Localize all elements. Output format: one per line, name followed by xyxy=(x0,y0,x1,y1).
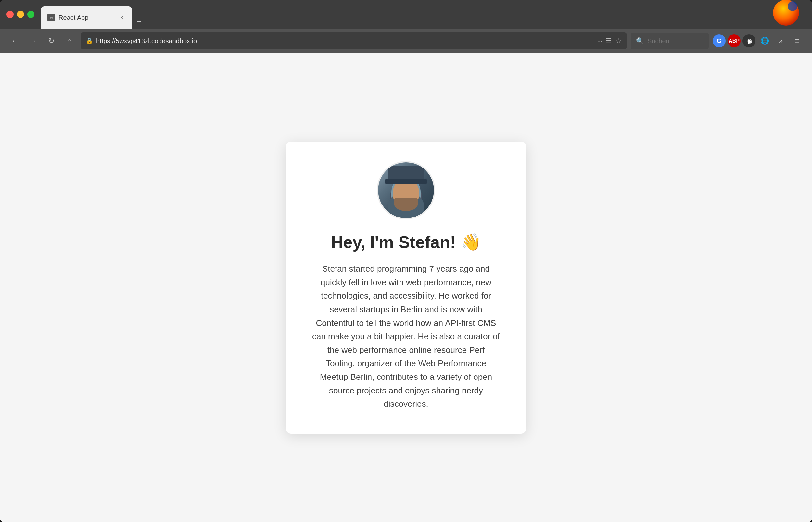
bookmark-icon[interactable]: ☆ xyxy=(615,37,622,45)
adblock-extension[interactable]: ABP xyxy=(728,35,740,47)
tab-bar: ⚛ React App × + xyxy=(41,0,769,28)
wave-emoji: 👋 xyxy=(461,233,481,252)
reload-button[interactable]: ↻ xyxy=(44,34,58,48)
tab-favicon: ⚛ xyxy=(47,14,55,21)
active-tab[interactable]: ⚛ React App × xyxy=(41,6,132,28)
firefox-logo xyxy=(773,0,802,29)
security-icon: 🔒 xyxy=(86,37,93,44)
profile-name: Hey, I'm Stefan! 👋 xyxy=(331,233,481,252)
maximize-window-button[interactable] xyxy=(27,11,35,18)
browser-toolbar: ← → ↻ ⌂ 🔒 ··· ☰ ☆ 🔍 G ABP ◉ 🌐 » ≡ xyxy=(0,28,812,53)
greeting-text: Hey, I'm Stefan! xyxy=(331,233,456,252)
close-window-button[interactable] xyxy=(6,11,14,18)
traffic-lights xyxy=(6,11,35,18)
address-bar-container: 🔒 ··· ☰ ☆ xyxy=(81,33,627,49)
pocket-icon[interactable]: ☰ xyxy=(606,37,612,45)
menu-button[interactable]: ≡ xyxy=(790,34,804,48)
tab-close-button[interactable]: × xyxy=(118,14,125,21)
extension-icons: G ABP ◉ 🌐 » ≡ xyxy=(713,34,804,48)
new-tab-button[interactable]: + xyxy=(132,14,146,28)
search-input[interactable] xyxy=(647,37,699,45)
title-bar: ⚛ React App × + xyxy=(0,0,812,28)
overflow-button[interactable]: » xyxy=(774,34,788,48)
page-content: Hey, I'm Stefan! 👋 Stefan started progra… xyxy=(0,53,812,522)
browser-window: ⚛ React App × + ← → ↻ ⌂ 🔒 ··· ☰ xyxy=(0,0,812,522)
globe-icon[interactable]: 🌐 xyxy=(757,34,772,48)
forward-button[interactable]: → xyxy=(26,34,40,48)
address-bar-menu[interactable]: ··· xyxy=(597,38,602,44)
address-bar[interactable] xyxy=(96,37,594,45)
search-box: 🔍 xyxy=(631,33,709,49)
search-icon: 🔍 xyxy=(636,37,644,45)
profile-card: Hey, I'm Stefan! 👋 Stefan started progra… xyxy=(286,142,526,434)
avatar-container xyxy=(377,161,435,219)
home-button[interactable]: ⌂ xyxy=(62,34,77,48)
grammarly-extension[interactable]: G xyxy=(713,35,726,47)
profile-bio: Stefan started programming 7 years ago a… xyxy=(312,262,500,411)
github-extension[interactable]: ◉ xyxy=(742,35,755,47)
browser-content: Hey, I'm Stefan! 👋 Stefan started progra… xyxy=(0,53,812,522)
minimize-window-button[interactable] xyxy=(17,11,24,18)
avatar xyxy=(378,162,434,218)
back-button[interactable]: ← xyxy=(8,34,22,48)
tab-title: React App xyxy=(58,14,115,21)
